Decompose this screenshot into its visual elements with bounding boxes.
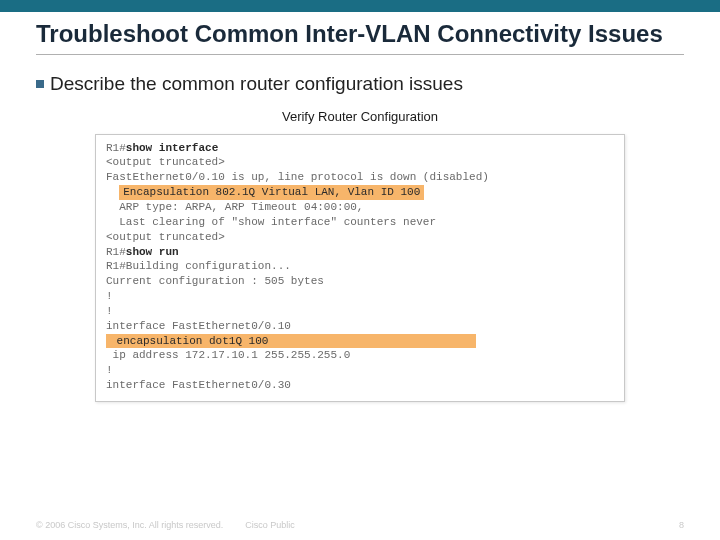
highlight: encapsulation dot1Q 100 [106, 334, 476, 349]
cli-command: show interface [126, 142, 218, 154]
figure-title: Verify Router Configuration [95, 109, 625, 124]
cli-line: R1#show interface [106, 141, 614, 156]
cli-line: R1#show run [106, 245, 614, 260]
cli-line: ARP type: ARPA, ARP Timeout 04:00:00, [106, 200, 614, 215]
cli-line: Encapsulation 802.1Q Virtual LAN, Vlan I… [106, 185, 614, 200]
footer-page: 8 [679, 520, 684, 530]
cli-line: ! [106, 304, 614, 319]
figure: Verify Router Configuration R1#show inte… [95, 109, 625, 402]
cli-line: <output truncated> [106, 155, 614, 170]
cli-line: <output truncated> [106, 230, 614, 245]
cli-line: Current configuration : 505 bytes [106, 274, 614, 289]
footer: © 2006 Cisco Systems, Inc. All rights re… [36, 520, 684, 530]
cli-line: ! [106, 363, 614, 378]
bullet-item: Describe the common router configuration… [36, 73, 684, 95]
footer-copyright: © 2006 Cisco Systems, Inc. All rights re… [36, 520, 223, 530]
cli-line: R1#Building configuration... [106, 259, 614, 274]
slide-title: Troubleshoot Common Inter-VLAN Connectiv… [36, 20, 684, 55]
cli-line: FastEthernet0/0.10 is up, line protocol … [106, 170, 614, 185]
cli-prompt: R1# [106, 246, 126, 258]
header-band [0, 0, 720, 12]
bullet-square-icon [36, 80, 44, 88]
highlight: Encapsulation 802.1Q Virtual LAN, Vlan I… [119, 185, 424, 200]
bullet-text: Describe the common router configuration… [50, 73, 463, 95]
cli-line: ! [106, 289, 614, 304]
cli-prompt: R1# [106, 142, 126, 154]
cli-command: show run [126, 246, 179, 258]
cli-line: interface FastEthernet0/0.30 [106, 378, 614, 393]
cli-line: encapsulation dot1Q 100 [106, 334, 614, 349]
terminal-output: R1#show interface <output truncated> Fas… [95, 134, 625, 402]
cli-line: interface FastEthernet0/0.10 [106, 319, 614, 334]
footer-scope: Cisco Public [245, 520, 295, 530]
cli-line: Last clearing of "show interface" counte… [106, 215, 614, 230]
slide-content: Troubleshoot Common Inter-VLAN Connectiv… [0, 12, 720, 402]
footer-left: © 2006 Cisco Systems, Inc. All rights re… [36, 520, 295, 530]
cli-line: ip address 172.17.10.1 255.255.255.0 [106, 348, 614, 363]
